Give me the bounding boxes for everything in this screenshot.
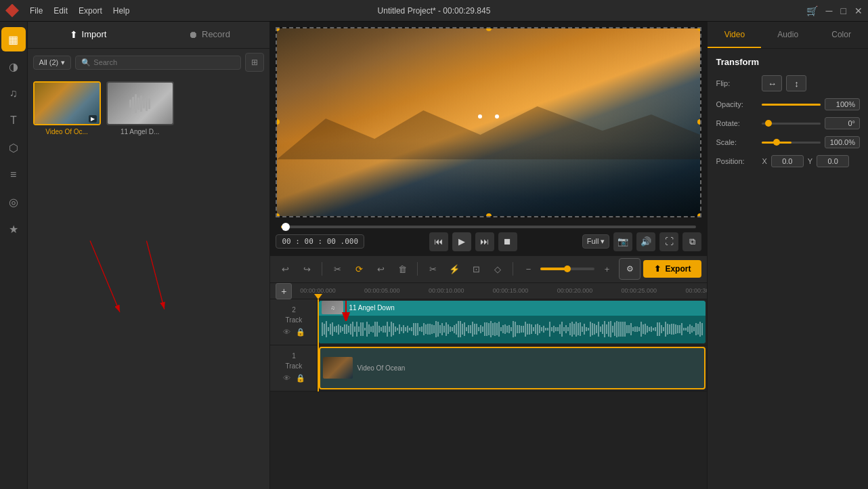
waveform-bar-8 — [338, 324, 339, 335]
volume-thumb[interactable] — [564, 265, 571, 272]
waveform-bar-89 — [502, 325, 504, 333]
media-search-bar[interactable]: 🔍 — [75, 56, 241, 70]
fullscreen-button[interactable]: ⛶ — [659, 232, 678, 251]
waveform-bar-154 — [634, 326, 636, 332]
redo-button[interactable]: ↪ — [297, 259, 316, 278]
close-button[interactable]: ✕ — [854, 5, 863, 16]
tab-video[interactable]: Video — [708, 22, 761, 48]
search-icon: 🔍 — [81, 58, 91, 67]
flip-horizontal-button[interactable]: ↔ — [762, 75, 782, 91]
selection-dot-c2[interactable] — [495, 114, 499, 119]
trim-button[interactable]: ✂ — [423, 259, 442, 278]
volume-button[interactable]: 🔊 — [636, 232, 655, 251]
export-settings-button[interactable]: ⚙ — [619, 258, 641, 280]
delete-button[interactable]: 🗑 — [393, 259, 412, 278]
waveform-bar-46 — [415, 323, 416, 336]
selection-dot-tr[interactable] — [697, 28, 700, 31]
y-value[interactable]: 0.0 — [817, 155, 849, 167]
volume-slider[interactable] — [540, 268, 594, 270]
menu-help[interactable]: Help — [113, 6, 130, 16]
tab-import[interactable]: ⬆ Import — [28, 22, 149, 48]
track-lock-1[interactable]: 🔒 — [295, 373, 306, 383]
track-visibility-2[interactable]: 👁 — [282, 326, 292, 337]
sidebar-item-stickers[interactable]: ★ — [1, 217, 26, 241]
rotate-value: 0° — [825, 117, 860, 129]
search-input[interactable] — [93, 58, 235, 66]
stop-button[interactable]: ⏹ — [498, 232, 517, 251]
selection-dot-br[interactable] — [697, 213, 700, 216]
selection-dot-ml[interactable] — [277, 119, 280, 125]
screenshot-button[interactable]: 📷 — [613, 232, 632, 251]
selection-dot-bl[interactable] — [277, 213, 280, 216]
opacity-slider[interactable] — [762, 104, 821, 106]
grid-toggle-button[interactable]: ⊞ — [245, 53, 264, 72]
waveform-bar-35 — [393, 323, 394, 335]
track-lock-2[interactable]: 🔒 — [295, 326, 306, 337]
waveform-bar-59 — [441, 323, 443, 335]
play-button[interactable]: ▶ — [452, 232, 471, 251]
export-button[interactable]: ⬆ Export — [643, 260, 701, 278]
selection-dot-c1[interactable] — [478, 114, 482, 119]
right-panel: Video Audio Color Transform Flip: ↔ ↕ Op… — [707, 22, 868, 489]
sidebar-item-audio[interactable]: ♫ — [1, 81, 26, 106]
minimize-button[interactable]: ─ — [826, 5, 833, 16]
waveform-bar-122 — [569, 323, 571, 335]
undo-button[interactable]: ↩ — [276, 259, 295, 278]
scale-slider[interactable] — [762, 142, 821, 144]
waveform-bar-4 — [330, 324, 331, 335]
x-value[interactable]: 0.0 — [771, 155, 804, 167]
selection-dot-tl[interactable] — [277, 28, 280, 31]
waveform-bar-27 — [376, 322, 378, 337]
vol-plus-button[interactable]: + — [597, 259, 616, 278]
menu-edit[interactable]: Edit — [53, 6, 68, 16]
skip-forward-button[interactable]: ⏭ — [475, 232, 494, 251]
loop-button[interactable]: ⟳ — [349, 259, 368, 278]
ruler-mark-0: 00:00:00.000 — [300, 287, 336, 294]
playhead[interactable] — [318, 299, 319, 391]
sidebar-item-filters[interactable]: ⬡ — [1, 135, 26, 160]
waveform-bar-10 — [342, 327, 343, 331]
cart-icon[interactable]: 🛒 — [806, 5, 818, 16]
tab-color[interactable]: Color — [815, 22, 868, 48]
selection-dot-bc[interactable] — [486, 213, 492, 216]
opacity-control: 100% — [762, 98, 860, 110]
crop-button[interactable]: ⊡ — [466, 259, 485, 278]
selection-dot-mr[interactable] — [697, 119, 700, 125]
split-button[interactable]: ✂ — [328, 259, 347, 278]
progress-thumb[interactable] — [282, 223, 290, 231]
track-visibility-1[interactable]: 👁 — [282, 373, 292, 383]
flip-vertical-button[interactable]: ↕ — [786, 75, 806, 91]
video-clip[interactable]: Video Of Ocean — [319, 347, 706, 389]
pip-button[interactable]: ⧉ — [682, 232, 701, 251]
zoom-select[interactable]: Full ▾ — [582, 234, 610, 249]
vol-minus-button[interactable]: − — [519, 259, 538, 278]
media-filter-dropdown[interactable]: All (2) ▾ — [33, 56, 72, 70]
rotate-thumb[interactable] — [765, 120, 772, 127]
waveform-bar-161 — [649, 327, 650, 331]
sidebar-item-media[interactable]: ▦ — [1, 27, 26, 51]
menu-export[interactable]: Export — [79, 6, 102, 16]
waveform-bar-14 — [350, 324, 351, 334]
tab-audio[interactable]: Audio — [761, 22, 815, 48]
audio-clip[interactable]: ♫ — [319, 301, 706, 343]
sidebar-item-color[interactable]: ◎ — [1, 190, 26, 214]
selection-dot-tc[interactable] — [486, 28, 492, 31]
back-button[interactable]: ↩ — [371, 259, 390, 278]
maximize-button[interactable]: □ — [841, 5, 846, 16]
add-track-button[interactable]: + — [276, 283, 292, 299]
flip-row: Flip: ↔ ↕ — [716, 75, 860, 91]
sidebar-item-transitions[interactable]: ≡ — [1, 163, 26, 187]
media-item-angel[interactable]: 11 Angel D... — [106, 81, 174, 135]
menu-file[interactable]: File — [30, 6, 43, 16]
skip-back-button[interactable]: ⏮ — [429, 232, 448, 251]
media-item-ocean[interactable]: ▶ Video Of Oc... — [33, 81, 101, 135]
tab-record[interactable]: ⏺ Record — [149, 22, 270, 48]
waveform-bar-108 — [541, 327, 542, 331]
sidebar-item-text[interactable]: T — [1, 108, 26, 133]
keyframe-button[interactable]: ◇ — [488, 259, 507, 278]
sidebar-item-effects[interactable]: ◑ — [1, 54, 26, 79]
progress-track[interactable] — [281, 226, 696, 228]
rotate-slider[interactable] — [762, 123, 821, 125]
effect-button[interactable]: ⚡ — [445, 259, 464, 278]
scale-thumb[interactable] — [773, 139, 780, 146]
